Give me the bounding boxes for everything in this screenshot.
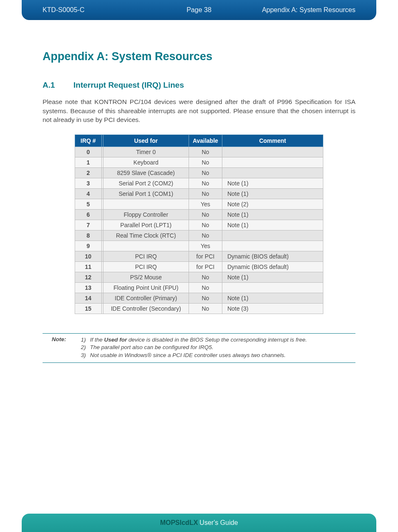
cell-comment: Note (1) [222,293,323,304]
cell-used: Serial Port 1 (COM1) [103,189,189,199]
cell-avail: No [189,147,222,157]
notes-box: Note: 1)If the Used for device is disabl… [43,333,355,363]
page-title: Appendix A: System Resources [43,50,355,63]
cell-irq: 8 [75,231,102,241]
note-number: 3) [76,352,86,359]
note-row: 3)Not usable in Windows® since a PCI IDE… [76,352,307,359]
cell-avail: No [189,283,222,293]
table-row: 5YesNote (2) [75,199,323,210]
cell-irq: 2 [75,168,102,178]
cell-comment [222,241,323,251]
cell-comment [222,147,323,157]
cell-irq: 7 [75,220,102,231]
cell-used: Timer 0 [103,147,189,157]
note-number: 1) [76,336,86,344]
table-row: 6Floppy ControllerNoNote (1) [75,210,323,220]
table-row: 9Yes [75,241,323,251]
cell-comment: Note (2) [222,199,323,210]
cell-avail: Yes [189,199,222,210]
cell-used: 8259 Slave (Cascade) [103,168,189,178]
cell-irq: 14 [75,293,102,304]
cell-used: Keyboard [103,157,189,168]
cell-comment [222,283,323,293]
cell-irq: 3 [75,178,102,189]
doc-code: KTD-S0005-C [43,6,84,14]
cell-irq: 13 [75,283,102,293]
note-row: 1)If the Used for device is disabled in … [76,336,307,344]
table-row: 8Real Time Clock (RTC)No [75,231,323,241]
cell-used [103,199,189,210]
cell-irq: 15 [75,304,102,314]
page-number: Page 38 [186,6,212,14]
cell-comment: Note (1) [222,178,323,189]
section-name: Interrupt Request (IRQ) Lines [73,81,184,89]
cell-comment: Dynamic (BIOS default) [222,262,323,272]
cell-comment: Note (3) [222,304,323,314]
cell-comment: Dynamic (BIOS default) [222,251,323,262]
footer-rest: User's Guide [199,519,238,527]
cell-comment: Note (1) [222,220,323,231]
cell-used: IDE Controller (Primary) [103,293,189,304]
note-label: Note: [52,336,74,342]
cell-irq: 6 [75,210,102,220]
cell-irq: 11 [75,262,102,272]
table-row: 7Parallel Port (LPT1)NoNote (1) [75,220,323,231]
th-avail: Available [189,135,222,147]
table-row: 12PS/2 MouseNoNote (1) [75,272,323,283]
cell-used: IDE Controller (Secondary) [103,304,189,314]
cell-irq: 10 [75,251,102,262]
note-number: 2) [76,344,86,351]
doc-header: KTD-S0005-C Page 38 Appendix A: System R… [22,0,376,20]
cell-used: Floating Point Unit (FPU) [103,283,189,293]
section-number: A.1 [43,81,73,90]
note-row: 2)The parallel port also can be configur… [76,344,307,351]
cell-avail: No [189,272,222,283]
cell-used: Floppy Controller [103,210,189,220]
cell-avail: for PCI [189,262,222,272]
cell-avail: for PCI [189,251,222,262]
cell-comment [222,168,323,178]
note-bold: Used for [104,337,127,343]
th-irq: IRQ # [75,135,102,147]
header-section: Appendix A: System Resources [262,6,355,14]
cell-avail: No [189,304,222,314]
cell-comment: Note (1) [222,189,323,199]
doc-footer: MOPSlcdLX User's Guide [22,514,376,532]
section-heading: A.1Interrupt Request (IRQ) Lines [43,81,355,90]
cell-avail: No [189,210,222,220]
table-header-row: IRQ # Used for Available Comment [75,135,323,147]
cell-avail: No [189,168,222,178]
cell-used: PCI IRQ [103,251,189,262]
cell-avail: No [189,178,222,189]
cell-irq: 1 [75,157,102,168]
note-list: 1)If the Used for device is disabled in … [76,336,307,359]
footer-product: MOPSlcdLX [160,519,198,527]
page-content: Appendix A: System Resources A.1Interrup… [43,50,355,363]
cell-irq: 9 [75,241,102,251]
table-row: 14IDE Controller (Primary)NoNote (1) [75,293,323,304]
cell-avail: No [189,220,222,231]
cell-used: PCI IRQ [103,262,189,272]
th-comment: Comment [222,135,323,147]
table-row: 4Serial Port 1 (COM1)NoNote (1) [75,189,323,199]
table-row: 3Serial Port 2 (COM2)NoNote (1) [75,178,323,189]
cell-avail: No [189,189,222,199]
cell-comment [222,157,323,168]
irq-table: IRQ # Used for Available Comment 0Timer … [75,134,323,314]
table-row: 13Floating Point Unit (FPU)No [75,283,323,293]
intro-paragraph: Please note that KONTRON PC/104 devices … [43,97,355,124]
cell-used: Serial Port 2 (COM2) [103,178,189,189]
cell-comment [222,231,323,241]
cell-used: Real Time Clock (RTC) [103,231,189,241]
table-row: 10PCI IRQfor PCIDynamic (BIOS default) [75,251,323,262]
cell-irq: 5 [75,199,102,210]
cell-used: Parallel Port (LPT1) [103,220,189,231]
table-row: 28259 Slave (Cascade)No [75,168,323,178]
cell-avail: No [189,157,222,168]
table-row: 0Timer 0No [75,147,323,157]
cell-irq: 4 [75,189,102,199]
cell-used: PS/2 Mouse [103,272,189,283]
cell-comment: Note (1) [222,272,323,283]
cell-irq: 0 [75,147,102,157]
table-row: 11PCI IRQfor PCIDynamic (BIOS default) [75,262,323,272]
